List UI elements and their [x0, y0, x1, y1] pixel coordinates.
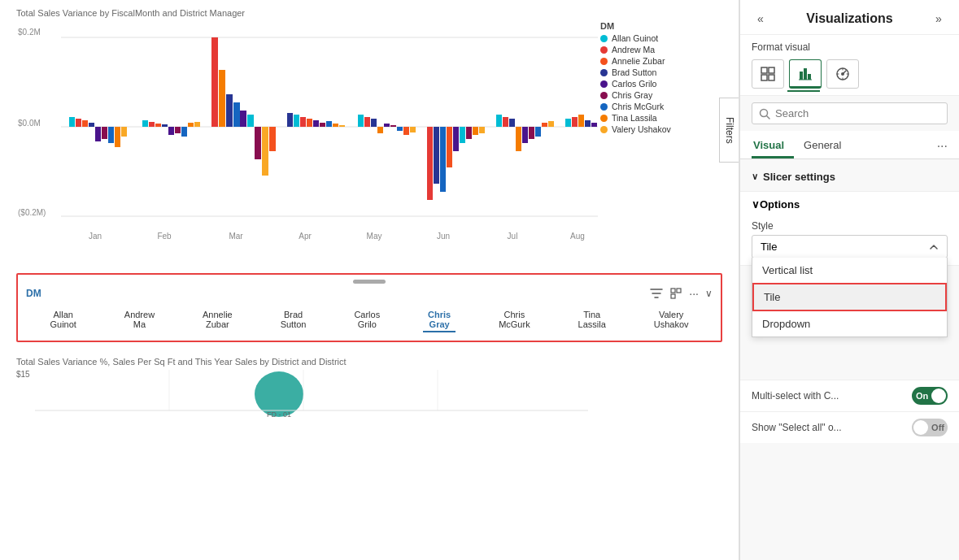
svg-rect-19 — [188, 123, 194, 127]
svg-rect-14 — [155, 124, 161, 127]
slicer-item-5[interactable]: ChrisGray — [423, 308, 456, 332]
multi-select-state-label: On — [916, 391, 928, 401]
svg-rect-16 — [168, 127, 174, 135]
svg-rect-21 — [211, 37, 218, 127]
svg-rect-62 — [529, 127, 534, 139]
analytics-icon — [835, 66, 851, 82]
svg-rect-13 — [149, 122, 155, 127]
search-box[interactable] — [752, 102, 948, 124]
slicer-drag-handle[interactable] — [353, 280, 386, 284]
slicer-item-6[interactable]: ChrisMcGurk — [494, 308, 535, 331]
legend-item-3: Brad Sutton — [600, 67, 722, 77]
svg-text:Feb: Feb — [157, 232, 172, 241]
tab-more[interactable]: ··· — [937, 139, 948, 154]
svg-rect-26 — [247, 115, 254, 127]
search-input[interactable] — [775, 107, 940, 119]
svg-rect-88 — [761, 67, 767, 73]
expand-icon[interactable] — [669, 287, 682, 300]
svg-rect-25 — [240, 111, 246, 127]
style-dropdown[interactable]: Tile Vertical list Tile Dropdown — [752, 235, 948, 258]
panel-title: Visualizations — [806, 11, 892, 26]
analytics-format-btn[interactable] — [826, 59, 859, 89]
tab-general[interactable]: General — [802, 134, 851, 158]
legend-item-8: Valery Ushakov — [600, 124, 722, 134]
format-section: Format visual — [740, 35, 959, 96]
svg-line-98 — [767, 115, 770, 119]
svg-rect-22 — [219, 70, 225, 127]
right-panel: « Visualizations » Format visual — [739, 0, 959, 560]
svg-rect-89 — [769, 67, 774, 73]
slicer-header-icons: ··· ∨ — [650, 287, 713, 300]
show-select-all-toggle[interactable]: Off — [912, 419, 948, 436]
slicer-item-4[interactable]: CarlosGrilo — [349, 308, 385, 331]
svg-rect-69 — [585, 120, 591, 127]
dropdown-item-tile[interactable]: Tile — [752, 283, 947, 311]
svg-rect-47 — [410, 127, 416, 132]
legend-item-4: Carlos Grilo — [600, 79, 722, 89]
options-header[interactable]: ∨ Options — [740, 192, 959, 217]
bar-format-btn[interactable] — [789, 59, 822, 89]
svg-point-96 — [841, 72, 844, 76]
multi-select-toggle[interactable]: On — [912, 387, 948, 405]
dropdown-menu[interactable]: Vertical list Tile Dropdown — [752, 258, 948, 337]
svg-text:Jun: Jun — [437, 232, 450, 241]
svg-rect-91 — [769, 75, 774, 80]
svg-rect-80 — [677, 289, 681, 293]
slicer-visual[interactable]: DM ··· ∨ AllanGuinot AndrewMa AnnelieZub… — [16, 273, 722, 342]
legend-item-1: Andrew Ma — [600, 45, 722, 54]
svg-rect-67 — [572, 117, 578, 127]
svg-rect-55 — [473, 127, 478, 135]
chart-legend: DM Allan Guinot Andrew Ma Annelie Zubar … — [600, 21, 722, 136]
slicer-settings-header[interactable]: ∨ Slicer settings — [740, 166, 959, 188]
svg-rect-7 — [95, 127, 101, 141]
svg-rect-34 — [313, 120, 319, 127]
bottom-chart-title: Total Sales Variance %, Sales Per Sq Ft … — [16, 357, 722, 367]
slicer-item-2[interactable]: AnnelieZubar — [198, 308, 238, 331]
svg-rect-28 — [262, 127, 268, 176]
svg-text:Jul: Jul — [508, 232, 518, 241]
slicer-more-icon[interactable]: ··· — [689, 287, 699, 300]
svg-rect-58 — [503, 117, 508, 127]
style-dropdown-selected[interactable]: Tile — [752, 236, 947, 258]
show-select-all-toggle-row: Show "Select all" o... Off — [740, 411, 959, 443]
dropdown-item-dropdown[interactable]: Dropdown — [752, 311, 947, 336]
panel-header: « Visualizations » — [740, 0, 959, 35]
y-label-top: $0.2M — [18, 28, 41, 37]
dropdown-item-vertical-list[interactable]: Vertical list — [752, 258, 947, 283]
svg-rect-8 — [102, 127, 107, 139]
show-select-all-knob — [913, 420, 928, 435]
panel-nav-forward[interactable]: » — [930, 10, 948, 28]
svg-rect-92 — [800, 72, 803, 80]
panel-nav-back[interactable]: « — [752, 10, 769, 28]
filters-tab[interactable]: Filters — [719, 98, 739, 163]
svg-rect-10 — [115, 127, 120, 147]
tab-visual[interactable]: Visual — [752, 134, 794, 158]
legend-dot-7 — [600, 115, 608, 122]
slicer-chevron-icon[interactable]: ∨ — [705, 288, 713, 299]
legend-dot-6 — [600, 103, 608, 111]
slicer-item-7[interactable]: TinaLassila — [573, 308, 611, 331]
svg-rect-32 — [300, 117, 306, 127]
dropdown-chevron-up-icon — [929, 242, 939, 252]
slicer-item-1[interactable]: AndrewMa — [120, 308, 159, 331]
legend-item-2: Annelie Zubar — [600, 56, 722, 66]
svg-rect-39 — [358, 115, 364, 127]
slicer-item-0[interactable]: AllanGuinot — [45, 308, 81, 331]
filter-icon[interactable] — [650, 287, 663, 300]
svg-rect-46 — [403, 127, 409, 135]
svg-rect-66 — [565, 119, 571, 127]
legend-dot-1 — [600, 46, 608, 54]
slicer-item-8[interactable]: ValeryUshakov — [649, 308, 694, 331]
slicer-item-3[interactable]: BradSutton — [276, 308, 312, 331]
svg-rect-27 — [255, 127, 261, 159]
svg-rect-45 — [397, 127, 403, 131]
legend-dot-8 — [600, 126, 608, 133]
grid-format-btn[interactable] — [752, 59, 784, 89]
slicer-settings-label: Slicer settings — [763, 171, 835, 183]
options-chevron: ∨ — [752, 198, 760, 211]
svg-text:Apr: Apr — [299, 232, 312, 241]
legend-item-5: Chris Gray — [600, 90, 722, 100]
legend-label-8: Valery Ushakov — [612, 124, 671, 134]
svg-rect-11 — [121, 127, 127, 137]
svg-rect-41 — [371, 119, 377, 127]
